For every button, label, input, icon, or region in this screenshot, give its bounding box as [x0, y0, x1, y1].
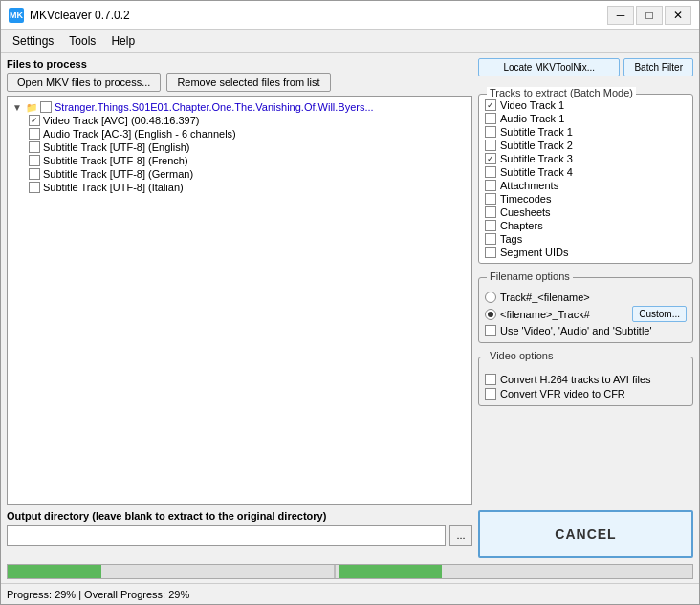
use-labels-row: Use 'Video', 'Audio' and 'Subtitle' [485, 325, 687, 336]
status-bar: Progress: 29% | Overall Progress: 29% [1, 583, 699, 604]
menu-tools[interactable]: Tools [61, 32, 103, 50]
track-batch-10: Tags [485, 232, 687, 246]
video-options-title: Video options [487, 350, 556, 361]
file-buttons: Open MKV files to process... Remove sele… [7, 73, 472, 92]
track-item-0: Video Track [AVC] (00:48:16.397) [11, 114, 468, 127]
files-section-label: Files to process [7, 58, 472, 70]
track-label-4: Subtitle Track [UTF-8] (German) [43, 168, 193, 180]
h264-checkbox[interactable] [485, 374, 496, 385]
batch-checkbox-3[interactable] [485, 140, 496, 151]
output-dir-section: Output directory (leave blank to extract… [7, 510, 472, 558]
status-text: Progress: 29% | Overall Progress: 29% [7, 589, 189, 600]
batch-checkbox-11[interactable] [485, 247, 496, 258]
maximize-button[interactable]: □ [636, 6, 663, 25]
root-checkbox[interactable] [40, 101, 52, 113]
batch-label-0: Video Track 1 [500, 99, 564, 111]
radio-label-1: Track#_<filename> [500, 292, 590, 303]
batch-checkbox-1[interactable] [485, 113, 496, 124]
track-label-0: Video Track [AVC] (00:48:16.397) [43, 115, 199, 126]
track-batch-4: Subtitle Track 3 [485, 152, 687, 165]
vfr-label: Convert VFR video to CFR [500, 388, 625, 400]
track-checkbox-3[interactable] [29, 155, 40, 166]
menu-help[interactable]: Help [103, 32, 142, 50]
left-panel: Files to process Open MKV files to proce… [7, 58, 472, 505]
radio-label-2: <filename>_Track# [500, 309, 590, 320]
cancel-button[interactable]: CANCEL [478, 510, 693, 558]
track-batch-0: Video Track 1 [485, 98, 687, 112]
batch-checkbox-4[interactable] [485, 153, 496, 164]
batch-label-3: Subtitle Track 2 [500, 140, 573, 151]
folder-icon: 📁 [26, 101, 37, 113]
title-bar: MK MKVcleaver 0.7.0.2 ─ □ ✕ [1, 1, 699, 30]
batch-label-1: Audio Track 1 [500, 113, 564, 124]
locate-mkvtoolnix-button[interactable]: Locate MKVToolNix... [478, 58, 620, 76]
track-checkbox-0[interactable] [29, 115, 40, 126]
batch-label-2: Subtitle Track 1 [500, 126, 573, 138]
tracks-box: Tracks to extract (Batch Mode) Video Tra… [478, 94, 693, 264]
batch-checkbox-7[interactable] [485, 193, 496, 205]
track-batch-11: Segment UIDs [485, 246, 687, 259]
track-batch-8: Cuesheets [485, 205, 687, 219]
batch-label-6: Attachments [500, 180, 558, 191]
close-button[interactable]: ✕ [665, 6, 691, 25]
open-mkv-button[interactable]: Open MKV files to process... [7, 73, 161, 92]
track-batch-9: Chapters [485, 219, 687, 232]
track-batch-6: Attachments [485, 179, 687, 192]
output-dir-input[interactable] [7, 525, 446, 546]
batch-label-11: Segment UIDs [500, 247, 569, 258]
menu-settings[interactable]: Settings [5, 32, 61, 50]
track-checkbox-1[interactable] [29, 128, 40, 140]
radio-track-first[interactable] [485, 292, 496, 303]
batch-checkbox-9[interactable] [485, 220, 496, 231]
batch-checkbox-10[interactable] [485, 233, 496, 245]
batch-label-9: Chapters [500, 220, 543, 231]
progress-bar-row [7, 564, 693, 579]
batch-label-7: Timecodes [500, 193, 551, 205]
tree-root-node: ▼ 📁 Stranger.Things.S01E01.Chapter.One.T… [11, 100, 468, 114]
batch-label-4: Subtitle Track 3 [500, 153, 573, 164]
batch-checkbox-0[interactable] [485, 99, 496, 111]
use-labels-label: Use 'Video', 'Audio' and 'Subtitle' [500, 325, 652, 336]
track-batch-5: Subtitle Track 4 [485, 165, 687, 179]
track-checkbox-5[interactable] [29, 182, 40, 193]
radio-filename-first[interactable] [485, 309, 496, 320]
cancel-section: CANCEL [478, 510, 693, 558]
radio-row-1: Track#_<filename> [485, 292, 687, 303]
track-checkbox-2[interactable] [29, 141, 40, 153]
batch-label-5: Subtitle Track 4 [500, 166, 573, 178]
filename-options-title: Filename options [487, 270, 573, 282]
vfr-checkbox[interactable] [485, 388, 496, 400]
browse-button[interactable]: ... [449, 525, 472, 546]
batch-checkbox-6[interactable] [485, 180, 496, 191]
right-top-buttons: Locate MKVToolNix... Batch Filter [478, 58, 693, 76]
output-dir-label: Output directory (leave blank to extract… [7, 510, 472, 522]
filename-options-box: Filename options Track#_<filename> <file… [478, 277, 693, 343]
bottom-controls: Output directory (leave blank to extract… [1, 510, 699, 562]
progress-fill-2 [339, 565, 442, 578]
batch-checkbox-5[interactable] [485, 166, 496, 178]
root-file-label: Stranger.Things.S01E01.Chapter.One.The.V… [55, 101, 374, 113]
batch-checkbox-8[interactable] [485, 206, 496, 218]
track-item-2: Subtitle Track [UTF-8] (English) [11, 140, 468, 154]
track-batch-7: Timecodes [485, 192, 687, 205]
batch-label-8: Cuesheets [500, 206, 551, 218]
window-title: MKVcleaver 0.7.0.2 [30, 9, 607, 22]
tree-expand-icon[interactable]: ▼ [11, 101, 23, 113]
batch-filter-button[interactable]: Batch Filter [623, 58, 693, 76]
minimize-button[interactable]: ─ [607, 6, 634, 25]
track-batch-1: Audio Track 1 [485, 112, 687, 125]
batch-checkbox-2[interactable] [485, 126, 496, 138]
custom-button[interactable]: Custom... [632, 306, 687, 322]
radio-row-2: <filename>_Track# Custom... [485, 306, 687, 322]
track-item-1: Audio Track [AC-3] (English - 6 channels… [11, 127, 468, 140]
vfr-row: Convert VFR video to CFR [485, 388, 687, 400]
use-labels-checkbox[interactable] [485, 325, 496, 336]
track-checkbox-4[interactable] [29, 168, 40, 180]
file-tree: ▼ 📁 Stranger.Things.S01E01.Chapter.One.T… [7, 96, 472, 505]
track-label-2: Subtitle Track [UTF-8] (English) [43, 141, 189, 153]
right-panel: Locate MKVToolNix... Batch Filter Tracks… [478, 58, 693, 505]
remove-selected-button[interactable]: Remove selected files from list [166, 73, 330, 92]
track-batch-2: Subtitle Track 1 [485, 125, 687, 139]
progress-section [1, 562, 699, 583]
h264-label: Convert H.264 tracks to AVI files [500, 374, 651, 385]
